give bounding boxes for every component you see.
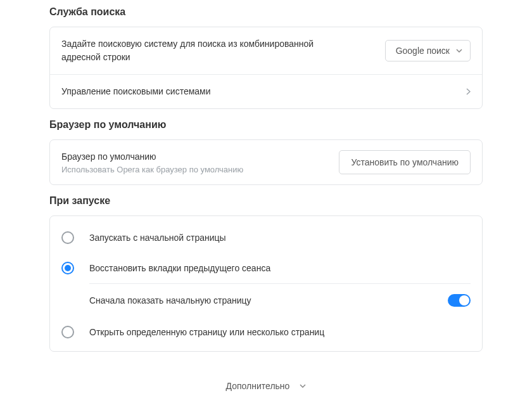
radio-label-start-page: Запускать с начальной страницы [89,233,226,243]
sub-default-browser: Использовать Opera как браузер по умолча… [61,165,243,174]
advanced-expand[interactable]: Дополнительно [0,352,532,398]
search-engine-select[interactable]: Google поиск [385,40,471,61]
radio-label-restore-tabs: Восстановить вкладки предыдущего сеанса [89,263,270,273]
section-title-search: Служба поиска [49,6,483,18]
card-search: Задайте поисковую систему для поиска из … [49,27,483,109]
toggle-show-startpage-first[interactable] [448,294,471,307]
chevron-down-icon [300,384,306,388]
section-title-startup: При запуске [49,195,483,207]
advanced-label: Дополнительно [226,381,290,391]
row-manage-search-engines[interactable]: Управление поисковыми системами [50,74,482,108]
row-default-browser: Браузер по умолчанию Использовать Opera … [50,140,482,184]
card-default-browser: Браузер по умолчанию Использовать Opera … [49,139,483,185]
section-title-default-browser: Браузер по умолчанию [49,119,483,131]
set-default-button[interactable]: Установить по умолчанию [339,150,471,174]
startup-radio-group: Запускать с начальной страницы Восстанов… [50,216,482,351]
radio-icon [61,326,74,338]
row-show-startpage-first: Сначала показать начальную страницу [89,284,471,317]
toggle-knob [459,295,469,305]
radio-row-restore-tabs[interactable]: Восстановить вкладки предыдущего сеанса [50,253,482,283]
row-search-engine: Задайте поисковую систему для поиска из … [50,27,482,74]
search-engine-value: Google поиск [396,46,450,56]
label-manage-search-engines: Управление поисковыми системами [61,85,211,98]
label-search-engine: Задайте поисковую систему для поиска из … [61,37,334,64]
chevron-down-icon [456,49,462,53]
card-startup: Запускать с начальной страницы Восстанов… [49,215,483,352]
radio-label-open-specific: Открыть определенную страницу или нескол… [89,327,324,337]
radio-icon [61,231,74,244]
label-default-browser: Браузер по умолчанию [61,150,243,164]
radio-row-start-page[interactable]: Запускать с начальной страницы [50,222,482,253]
radio-icon [61,262,74,274]
radio-row-open-specific[interactable]: Открыть определенную страницу или нескол… [50,317,482,347]
label-show-startpage-first: Сначала показать начальную страницу [89,295,251,305]
chevron-right-icon [466,88,471,95]
